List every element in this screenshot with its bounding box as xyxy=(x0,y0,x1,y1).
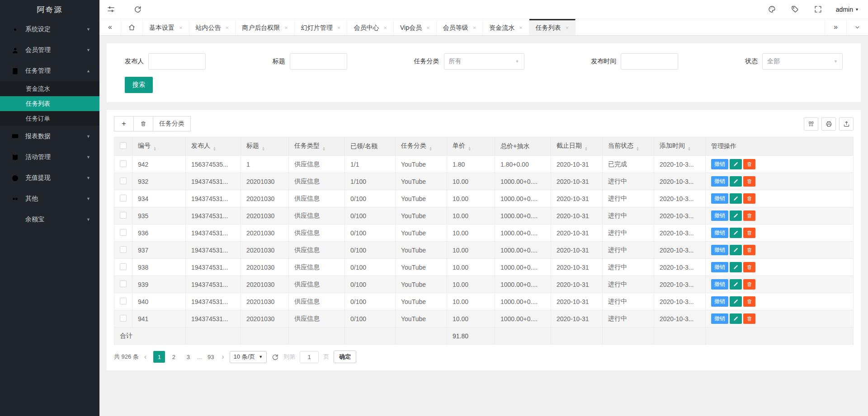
revoke-button[interactable]: 撤销 xyxy=(711,210,728,221)
close-icon[interactable]: × xyxy=(519,24,523,31)
row-checkbox[interactable] xyxy=(120,178,127,184)
field-select[interactable]: 全部▼ xyxy=(762,53,843,70)
revoke-button[interactable]: 撤销 xyxy=(711,313,728,324)
row-checkbox[interactable] xyxy=(120,195,127,201)
sort-icon[interactable]: ▲▼ xyxy=(153,146,156,151)
prev-page-button[interactable]: ‹ xyxy=(143,353,147,361)
column-header[interactable]: 任务分类▲▼ xyxy=(396,137,447,156)
delete-row-button[interactable] xyxy=(743,262,755,272)
row-checkbox[interactable] xyxy=(120,280,127,287)
revoke-button[interactable]: 撤销 xyxy=(711,245,728,255)
column-header[interactable]: 截止日期▲▼ xyxy=(551,137,603,156)
sort-icon[interactable]: ▲▼ xyxy=(585,146,588,151)
column-header[interactable]: 添加时间▲▼ xyxy=(654,137,706,156)
tab-item[interactable]: Vip会员× xyxy=(394,19,437,35)
sort-icon[interactable]: ▲▼ xyxy=(213,146,216,151)
row-checkbox[interactable] xyxy=(120,298,127,304)
user-menu[interactable]: admin ▾ xyxy=(836,6,858,13)
delete-row-button[interactable] xyxy=(743,279,755,290)
close-icon[interactable]: × xyxy=(284,24,288,31)
delete-row-button[interactable] xyxy=(743,245,755,255)
goto-page-input[interactable]: 1 xyxy=(300,351,319,363)
confirm-page-button[interactable]: 确定 xyxy=(334,351,356,363)
row-checkbox[interactable] xyxy=(120,212,127,219)
sidebar-item[interactable]: 余额宝▼ xyxy=(0,209,99,230)
close-icon[interactable]: × xyxy=(426,24,430,31)
delete-row-button[interactable] xyxy=(743,159,755,169)
sidebar-subitem[interactable]: 任务订单 xyxy=(0,111,99,126)
sidebar-item[interactable]: 报表数据▼ xyxy=(0,126,99,147)
delete-row-button[interactable] xyxy=(743,210,755,221)
close-icon[interactable]: × xyxy=(473,24,476,31)
delete-row-button[interactable] xyxy=(743,313,755,324)
sort-icon[interactable]: ▲▼ xyxy=(262,146,265,151)
tab-item[interactable]: 会员等级× xyxy=(437,19,483,35)
tab-item[interactable]: 基本设置× xyxy=(143,19,189,35)
row-checkbox[interactable] xyxy=(120,246,127,253)
home-tab-button[interactable] xyxy=(121,19,143,35)
tabs-scroll-right-button[interactable]: » xyxy=(825,19,846,35)
delete-row-button[interactable] xyxy=(743,296,755,307)
page-button[interactable]: 3 xyxy=(182,351,194,363)
column-header[interactable]: 编号▲▼ xyxy=(132,137,186,156)
tab-item[interactable]: 幻灯片管理× xyxy=(295,19,348,35)
select-all-checkbox[interactable] xyxy=(120,142,127,149)
add-button[interactable]: + xyxy=(114,116,134,131)
delete-row-button[interactable] xyxy=(743,193,755,204)
sort-icon[interactable]: ▲▼ xyxy=(636,146,639,151)
revoke-button[interactable]: 撤销 xyxy=(711,228,728,238)
tab-item[interactable]: 站内公告× xyxy=(189,19,236,35)
revoke-button[interactable]: 撤销 xyxy=(711,296,728,307)
field-input[interactable] xyxy=(621,53,678,70)
tag-icon[interactable] xyxy=(791,5,799,14)
field-select[interactable]: 所有▼ xyxy=(444,53,524,70)
search-button[interactable]: 搜索 xyxy=(125,77,153,93)
sidebar-item[interactable]: 任务管理▲ xyxy=(0,61,99,81)
tabs-dropdown-button[interactable] xyxy=(846,19,868,35)
close-icon[interactable]: × xyxy=(179,24,183,31)
edit-button[interactable] xyxy=(730,262,742,272)
task-category-button[interactable]: 任务分类 xyxy=(153,116,191,131)
revoke-button[interactable]: 撤销 xyxy=(711,279,728,290)
print-button[interactable] xyxy=(821,117,836,131)
field-input[interactable] xyxy=(290,53,347,70)
sidebar-item[interactable]: 充值提现▼ xyxy=(0,168,99,188)
edit-button[interactable] xyxy=(730,279,742,290)
edit-button[interactable] xyxy=(730,210,742,221)
close-icon[interactable]: × xyxy=(226,24,229,31)
page-size-select[interactable]: 10 条/页 ▼ xyxy=(230,351,267,363)
revoke-button[interactable]: 撤销 xyxy=(711,159,728,169)
edit-button[interactable] xyxy=(730,313,742,324)
column-header[interactable]: 单价▲▼ xyxy=(447,137,495,156)
sidebar-subitem[interactable]: 任务列表 xyxy=(0,96,99,111)
sidebar-item[interactable]: 活动管理▼ xyxy=(0,147,99,168)
page-button[interactable]: 2 xyxy=(168,351,179,363)
edit-button[interactable] xyxy=(730,296,742,307)
fullscreen-icon[interactable] xyxy=(814,5,822,14)
sort-icon[interactable]: ▲▼ xyxy=(429,146,432,151)
sidebar-subitem[interactable]: 资金流水 xyxy=(0,81,99,96)
theme-palette-icon[interactable] xyxy=(768,5,776,14)
row-checkbox[interactable] xyxy=(120,315,127,322)
sort-icon[interactable]: ▲▼ xyxy=(322,146,326,151)
sidebar-item[interactable]: 其他▼ xyxy=(0,188,99,209)
edit-button[interactable] xyxy=(730,176,742,187)
row-checkbox[interactable] xyxy=(120,263,127,270)
field-input[interactable] xyxy=(148,53,206,70)
refresh-list-icon[interactable] xyxy=(271,353,279,361)
column-header[interactable]: 标题▲▼ xyxy=(241,137,289,156)
refresh-icon[interactable] xyxy=(133,5,142,14)
edit-button[interactable] xyxy=(730,159,742,169)
tabs-scroll-left-button[interactable]: « xyxy=(99,19,121,35)
page-button[interactable]: 93 xyxy=(205,351,217,363)
sidebar-item[interactable]: 会员管理▼ xyxy=(0,40,99,61)
tab-item[interactable]: 会员中心× xyxy=(347,19,394,35)
close-icon[interactable]: × xyxy=(566,24,569,31)
revoke-button[interactable]: 撤销 xyxy=(711,193,728,204)
revoke-button[interactable]: 撤销 xyxy=(711,176,728,187)
export-button[interactable] xyxy=(839,117,854,131)
page-button-active[interactable]: 1 xyxy=(153,351,165,363)
row-checkbox[interactable] xyxy=(120,229,127,236)
sort-icon[interactable]: ▲▼ xyxy=(688,146,691,151)
revoke-button[interactable]: 撤销 xyxy=(711,262,728,272)
